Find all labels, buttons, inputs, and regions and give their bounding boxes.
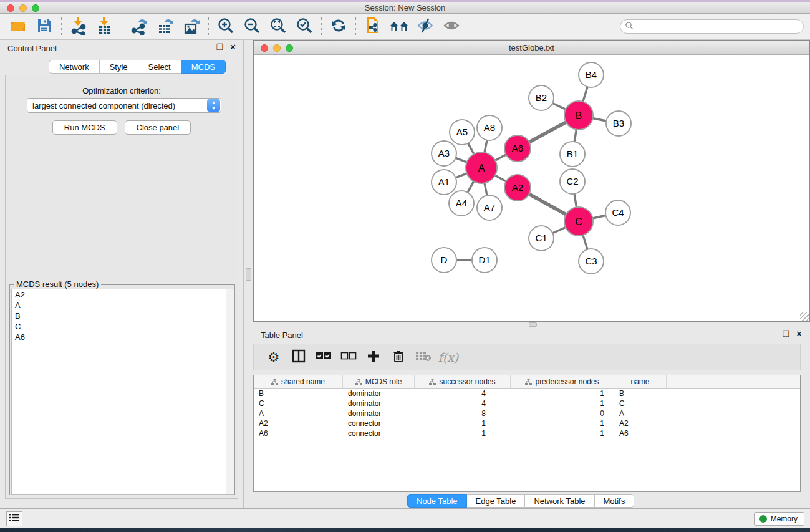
float-table-panel-icon[interactable]: ❐ [782, 330, 789, 339]
close-panel-button[interactable]: Close panel [125, 120, 191, 135]
svg-text:D: D [441, 254, 448, 265]
node-B3[interactable]: B3 [606, 111, 631, 136]
table-row[interactable]: A6 connector 1 1 A6 [254, 428, 800, 438]
tab-style[interactable]: Style [100, 60, 138, 74]
svg-text:C3: C3 [585, 256, 597, 266]
zoom-out-button[interactable] [239, 16, 265, 38]
zoom-selected-button[interactable] [291, 16, 317, 38]
minimize-network-button[interactable] [273, 44, 281, 52]
maximize-window-button[interactable] [32, 4, 39, 12]
tab-mcds[interactable]: MCDS [181, 60, 226, 74]
result-item[interactable]: A2 [12, 289, 234, 300]
tab-select[interactable]: Select [138, 60, 181, 74]
tab-node-table[interactable]: Node Table [407, 494, 467, 508]
task-history-button[interactable] [6, 511, 22, 526]
maximize-network-button[interactable] [286, 44, 293, 52]
column-header-shared-name[interactable]: shared name [254, 375, 343, 388]
column-header-successor-nodes[interactable]: successor nodes [415, 375, 511, 388]
refresh-button[interactable] [325, 16, 352, 38]
tab-network[interactable]: Network [49, 60, 100, 74]
network-canvas[interactable]: A5 A8 A3 A A1 A4 A7 A6 A2 B2 B4 B B3 B1 [254, 55, 809, 321]
result-item[interactable]: C [12, 321, 234, 332]
column-header-mcds-role[interactable]: MCDS role [343, 375, 415, 388]
save-session-button[interactable] [31, 16, 57, 38]
node-C1[interactable]: C1 [529, 226, 554, 251]
result-item[interactable]: A [12, 300, 234, 311]
node-C[interactable]: C [564, 207, 593, 236]
tab-motifs[interactable]: Motifs [595, 494, 635, 508]
criterion-dropdown[interactable]: largest connected component (directed) ▲… [27, 98, 221, 113]
export-network-button[interactable] [126, 16, 152, 38]
node-A1[interactable]: A1 [432, 170, 456, 195]
table-row[interactable]: A2 connector 1 1 A2 [254, 418, 800, 428]
table-settings-button[interactable]: ⚙ [263, 347, 285, 368]
fx-icon: f(x) [438, 351, 459, 364]
zoom-in-button[interactable] [213, 16, 239, 38]
zoom-in-icon [216, 16, 235, 37]
close-panel-icon[interactable]: ✕ [229, 43, 236, 52]
add-column-button[interactable] [362, 347, 385, 368]
select-all-button[interactable] [312, 347, 335, 368]
minimize-window-button[interactable] [19, 4, 27, 12]
table-row[interactable]: A dominator 8 0 A [254, 409, 800, 418]
result-item[interactable]: A6 [12, 332, 234, 342]
float-panel-icon[interactable]: ❐ [216, 43, 223, 52]
column-layout-icon [292, 349, 306, 365]
hide-panel-button[interactable] [412, 16, 438, 38]
tab-edge-table[interactable]: Edge Table [467, 494, 526, 508]
import-network-button[interactable] [65, 16, 92, 38]
close-network-button[interactable] [261, 44, 268, 52]
memory-button[interactable]: Memory [754, 512, 804, 526]
node-D[interactable]: D [432, 248, 456, 273]
run-mcds-button[interactable]: Run MCDS [52, 120, 117, 135]
delete-column-button[interactable] [387, 347, 410, 368]
close-window-button[interactable] [7, 4, 14, 12]
window-resize-grip[interactable] [800, 312, 809, 321]
import-network-icon [69, 16, 88, 37]
node-D1[interactable]: D1 [472, 248, 497, 273]
node-B1[interactable]: B1 [560, 142, 585, 167]
node-B2[interactable]: B2 [529, 85, 554, 110]
search-field[interactable] [620, 19, 804, 34]
home-button[interactable] [386, 16, 412, 38]
column-header-name[interactable]: name [614, 375, 667, 388]
node-A8[interactable]: A8 [477, 115, 502, 140]
node-B4[interactable]: B4 [579, 62, 604, 87]
splitter-grip-left[interactable] [246, 268, 251, 281]
node-A3[interactable]: A3 [432, 141, 456, 166]
optimization-criterion-label: Optimization criterion: [6, 86, 238, 95]
node-A4[interactable]: A4 [449, 191, 474, 216]
node-C2[interactable]: C2 [560, 169, 585, 194]
tab-network-table[interactable]: Network Table [525, 494, 594, 508]
network-from-file-button[interactable] [360, 16, 386, 38]
node-A6[interactable]: A6 [504, 135, 531, 162]
svg-text:A8: A8 [484, 122, 495, 133]
app-titlebar[interactable]: Session: New Session [0, 2, 810, 14]
search-input[interactable] [634, 22, 789, 31]
column-layout-button[interactable] [287, 347, 310, 368]
result-item[interactable]: B [12, 311, 234, 321]
splitter-grip-horizontal[interactable] [529, 322, 537, 327]
node-C3[interactable]: C3 [579, 249, 604, 274]
open-session-button[interactable] [5, 16, 31, 38]
export-table-button[interactable] [152, 16, 178, 38]
node-A5[interactable]: A5 [450, 120, 475, 145]
node-A7[interactable]: A7 [477, 195, 502, 220]
close-table-panel-icon[interactable]: ✕ [796, 330, 803, 339]
deselect-all-button[interactable] [337, 347, 360, 368]
table-row[interactable]: C dominator 4 1 C [254, 399, 800, 409]
column-header-predecessor-nodes[interactable]: predecessor nodes [511, 375, 614, 388]
result-scrollbar[interactable] [226, 289, 234, 494]
table-panel-title: Table Panel [261, 331, 303, 340]
show-panel-button[interactable] [438, 16, 465, 38]
node-A[interactable]: A [466, 152, 497, 183]
import-table-button[interactable] [92, 16, 118, 38]
node-B[interactable]: B [564, 101, 593, 130]
node-A2[interactable]: A2 [504, 175, 531, 201]
mcds-result-list[interactable]: A2 A B C A6 [11, 289, 234, 495]
export-image-button[interactable] [178, 16, 205, 38]
table-row[interactable]: B dominator 4 1 B [254, 389, 800, 399]
network-window-titlebar[interactable]: testGlobe.txt [254, 41, 809, 55]
node-C4[interactable]: C4 [605, 200, 630, 225]
zoom-fit-button[interactable] [265, 16, 291, 38]
